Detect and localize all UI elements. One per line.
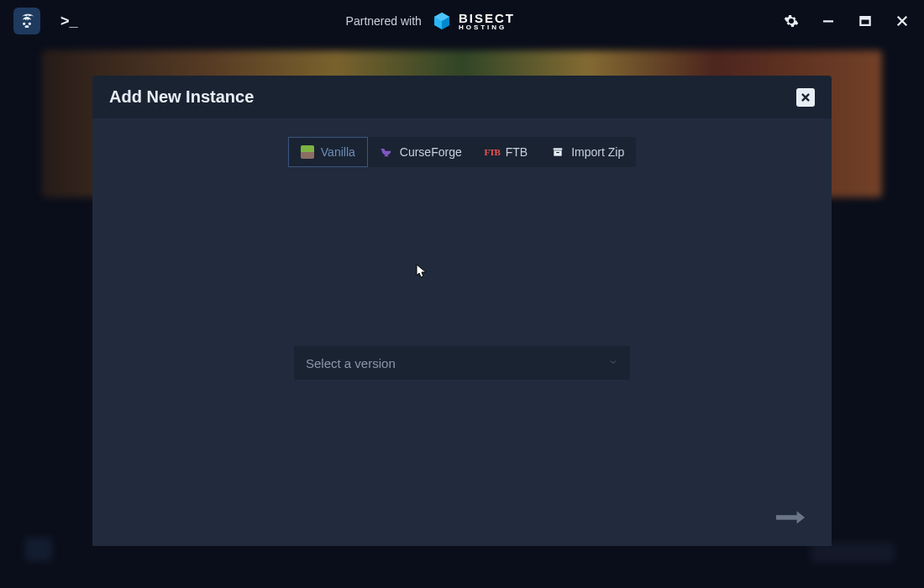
- tab-ftb[interactable]: FTB FTB: [474, 137, 539, 167]
- vanilla-icon: [301, 145, 314, 159]
- next-button[interactable]: [774, 509, 806, 529]
- tab-curseforge[interactable]: CurseForge: [368, 137, 474, 167]
- close-icon: [800, 92, 811, 103]
- app-logo[interactable]: [13, 8, 40, 34]
- bisect-cube-icon: [432, 11, 452, 31]
- modal-close-button[interactable]: [796, 88, 815, 107]
- settings-button[interactable]: [783, 13, 800, 29]
- titlebar-center: Partnered with BISECT HOSTING: [78, 11, 783, 31]
- tab-label: CurseForge: [400, 145, 462, 159]
- version-select[interactable]: Select a version: [294, 346, 630, 380]
- titlebar-controls: [783, 13, 911, 29]
- titlebar: >_ Partnered with BISECT HOSTING: [0, 0, 924, 42]
- svg-rect-3: [554, 148, 563, 150]
- curseforge-icon: [380, 145, 393, 159]
- chevron-down-icon: [608, 355, 618, 370]
- console-icon[interactable]: >_: [60, 13, 78, 30]
- modal-title: Add New Instance: [109, 87, 254, 107]
- tab-label: Vanilla: [321, 145, 355, 159]
- bisect-sub-text: HOSTING: [459, 24, 515, 31]
- close-button[interactable]: [894, 13, 911, 29]
- bisect-main-text: BISECT: [459, 12, 515, 24]
- arrow-right-icon: [774, 509, 806, 526]
- modal-body: Vanilla CurseForge FTB FTB Import Zip Se…: [92, 118, 832, 546]
- tab-import-zip[interactable]: Import Zip: [539, 137, 636, 167]
- bottom-left-badge: [25, 538, 52, 561]
- bisect-text: BISECT HOSTING: [459, 12, 515, 31]
- svg-rect-5: [556, 152, 559, 153]
- add-instance-modal: Add New Instance Vanilla CurseForge FTB …: [92, 76, 832, 546]
- ftb-icon: FTB: [486, 145, 499, 159]
- svg-rect-2: [862, 20, 869, 24]
- svg-rect-4: [554, 150, 562, 155]
- bisect-logo[interactable]: BISECT HOSTING: [432, 11, 515, 31]
- svg-rect-0: [823, 20, 833, 22]
- minimize-button[interactable]: [820, 13, 837, 29]
- version-placeholder: Select a version: [306, 356, 396, 370]
- modal-header: Add New Instance: [92, 76, 832, 118]
- partnered-label: Partnered with: [346, 14, 422, 28]
- maximize-button[interactable]: [857, 13, 874, 29]
- archive-icon: [551, 145, 564, 159]
- tab-vanilla[interactable]: Vanilla: [288, 137, 368, 167]
- source-tabs: Vanilla CurseForge FTB FTB Import Zip: [288, 137, 636, 167]
- tab-label: FTB: [506, 145, 528, 159]
- tab-label: Import Zip: [571, 145, 624, 159]
